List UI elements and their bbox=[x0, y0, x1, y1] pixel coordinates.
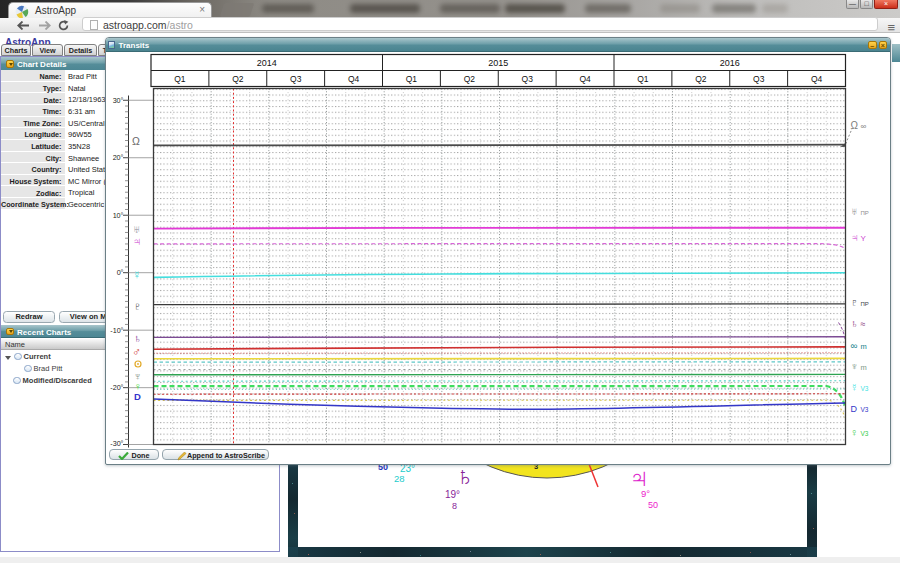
svg-text:m: m bbox=[860, 341, 866, 350]
svg-text:-30°: -30° bbox=[110, 438, 123, 447]
svg-text:♃: ♃ bbox=[132, 234, 141, 246]
svg-text:Q4: Q4 bbox=[579, 74, 591, 84]
svg-text:8: 8 bbox=[452, 501, 457, 511]
svg-text:♃: ♃ bbox=[850, 231, 858, 243]
svg-text:∞: ∞ bbox=[850, 339, 857, 350]
svg-text:30°: 30° bbox=[112, 95, 123, 104]
svg-text:28: 28 bbox=[394, 473, 405, 484]
svg-text:m: m bbox=[860, 363, 866, 372]
svg-text:♄: ♄ bbox=[455, 461, 475, 491]
svg-text:Q4: Q4 bbox=[347, 74, 359, 84]
svg-text:2014: 2014 bbox=[256, 58, 276, 68]
svg-text:V3: V3 bbox=[860, 406, 868, 413]
svg-text:9°: 9° bbox=[641, 488, 650, 499]
svg-text:Q2: Q2 bbox=[463, 74, 475, 84]
svg-text:Q3: Q3 bbox=[290, 74, 302, 84]
svg-text:Q3: Q3 bbox=[521, 74, 533, 84]
svg-text:-10°: -10° bbox=[110, 325, 123, 334]
svg-text:Υ: Υ bbox=[860, 234, 866, 243]
svg-text:V3: V3 bbox=[860, 430, 868, 437]
svg-text:♄: ♄ bbox=[850, 317, 858, 329]
svg-text:20°: 20° bbox=[112, 153, 123, 162]
svg-text:♀: ♀ bbox=[850, 426, 858, 438]
svg-text:ΠP: ΠP bbox=[860, 210, 868, 216]
svg-text:☿: ☿ bbox=[132, 269, 141, 281]
svg-text:♅: ♅ bbox=[132, 222, 140, 234]
svg-text:ΠP: ΠP bbox=[860, 301, 868, 307]
svg-text:2016: 2016 bbox=[719, 58, 739, 68]
svg-text:D: D bbox=[134, 390, 141, 401]
svg-text:☿: ☿ bbox=[850, 381, 858, 393]
svg-text:D: D bbox=[850, 404, 857, 414]
svg-text:♂: ♂ bbox=[132, 344, 141, 358]
svg-text:♇: ♇ bbox=[850, 296, 858, 308]
svg-text:♄: ♄ bbox=[133, 332, 141, 344]
svg-text:0°: 0° bbox=[116, 268, 123, 277]
svg-text:♇: ♇ bbox=[133, 299, 141, 311]
svg-text:∞: ∞ bbox=[860, 121, 866, 130]
svg-text:Q4: Q4 bbox=[810, 74, 822, 84]
svg-text:50: 50 bbox=[648, 500, 658, 510]
svg-text:Q2: Q2 bbox=[232, 74, 244, 84]
svg-text:-20°: -20° bbox=[110, 383, 123, 392]
svg-text:♆: ♆ bbox=[850, 360, 858, 372]
svg-text:Ω: Ω bbox=[132, 135, 140, 147]
svg-text:≈: ≈ bbox=[860, 319, 865, 329]
svg-text:Q1: Q1 bbox=[174, 74, 186, 84]
svg-text:V3: V3 bbox=[860, 385, 868, 392]
svg-text:Q1: Q1 bbox=[637, 74, 649, 84]
svg-text:2015: 2015 bbox=[488, 58, 508, 68]
svg-text:Q2: Q2 bbox=[695, 74, 707, 84]
svg-text:Ω: Ω bbox=[850, 119, 858, 130]
svg-text:19°: 19° bbox=[445, 489, 460, 500]
svg-text:♅: ♅ bbox=[850, 205, 858, 217]
svg-text:Q3: Q3 bbox=[753, 74, 765, 84]
svg-text:10°: 10° bbox=[112, 210, 123, 219]
svg-text:Q1: Q1 bbox=[405, 74, 417, 84]
